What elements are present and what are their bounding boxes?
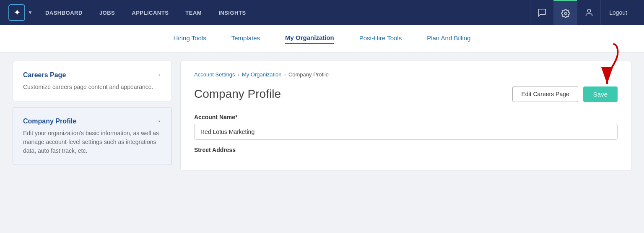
nav-applicants[interactable]: APPLICANTS: [132, 10, 169, 16]
account-name-label: Account Name*: [194, 114, 618, 120]
breadcrumb-sep-2: ›: [284, 71, 286, 78]
company-profile-title: Company Profile: [23, 118, 76, 125]
sub-nav-plan-and-billing[interactable]: Plan And Billing: [427, 34, 470, 43]
company-profile-arrow-icon: →: [154, 117, 161, 126]
settings-icon-button[interactable]: [553, 0, 577, 25]
nav-links: DASHBOARD JOBS APPLICANTS TEAM INSIGHTS: [45, 10, 530, 16]
logout-button[interactable]: Logout: [600, 0, 636, 25]
main-content: Careers Page → Customize careers page co…: [0, 52, 644, 179]
sub-navigation: Hiring Tools Templates My Organization P…: [0, 25, 644, 52]
breadcrumb-sep-1: ›: [238, 71, 239, 78]
nav-right-icons: Logout: [530, 0, 636, 25]
breadcrumb: Account Settings › My Organization › Com…: [194, 71, 618, 78]
logo-area[interactable]: ✦ ▼: [8, 4, 33, 21]
sub-nav-hiring-tools[interactable]: Hiring Tools: [174, 34, 206, 43]
breadcrumb-my-organization[interactable]: My Organization: [242, 71, 282, 78]
nav-jobs[interactable]: JOBS: [99, 10, 115, 16]
svg-point-1: [587, 9, 590, 12]
form-area: Account Name* Street Address: [194, 114, 618, 153]
header-buttons: Edit Careers Page Save: [512, 86, 618, 102]
breadcrumb-current: Company Profile: [288, 71, 329, 78]
sidebar-card-careers-page[interactable]: Careers Page → Customize careers page co…: [13, 61, 172, 101]
edit-careers-page-button[interactable]: Edit Careers Page: [512, 86, 578, 102]
company-profile-header: Company Profile →: [23, 117, 161, 126]
content-area: Account Settings › My Organization › Com…: [180, 61, 631, 171]
careers-page-arrow-icon: →: [154, 71, 161, 79]
profile-icon-button[interactable]: [577, 0, 600, 25]
svg-point-0: [564, 12, 567, 15]
careers-page-desc: Customize careers page content and appea…: [23, 83, 161, 92]
top-navigation: ✦ ▼ DASHBOARD JOBS APPLICANTS TEAM INSIG…: [0, 0, 644, 25]
save-button[interactable]: Save: [583, 86, 618, 102]
nav-insights[interactable]: INSIGHTS: [218, 10, 246, 16]
careers-page-title: Careers Page: [23, 71, 66, 79]
sidebar-card-company-profile[interactable]: Company Profile → Edit your organization…: [13, 107, 172, 165]
page-title: Company Profile: [194, 87, 281, 101]
breadcrumb-account-settings[interactable]: Account Settings: [194, 71, 235, 78]
chat-icon-button[interactable]: [530, 0, 553, 25]
logo-icon: ✦: [8, 4, 25, 21]
logo-caret-icon: ▼: [28, 10, 33, 16]
account-name-input[interactable]: [194, 124, 618, 140]
street-address-label: Street Address: [194, 147, 618, 153]
left-sidebar: Careers Page → Customize careers page co…: [13, 61, 180, 171]
sub-nav-post-hire-tools[interactable]: Post-Hire Tools: [359, 34, 402, 43]
careers-page-header: Careers Page →: [23, 71, 161, 79]
nav-team[interactable]: TEAM: [185, 10, 202, 16]
sub-nav-templates[interactable]: Templates: [231, 34, 260, 43]
sub-nav-my-organization[interactable]: My Organization: [285, 34, 334, 44]
company-profile-desc: Edit your organization's basic informati…: [23, 129, 161, 155]
content-header: Company Profile Edit Careers Page Save: [194, 86, 618, 102]
nav-dashboard[interactable]: DASHBOARD: [45, 10, 83, 16]
